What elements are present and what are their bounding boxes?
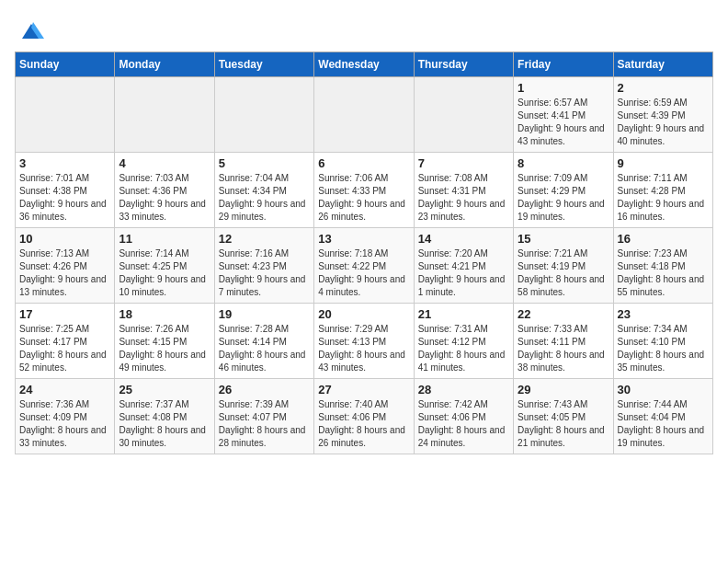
- day-info: Sunrise: 7:08 AM Sunset: 4:31 PM Dayligh…: [418, 172, 509, 224]
- day-number: 16: [618, 232, 709, 246]
- calendar-header: SundayMondayTuesdayWednesdayThursdayFrid…: [16, 52, 713, 77]
- day-number: 10: [19, 232, 110, 246]
- day-number: 13: [318, 232, 409, 246]
- day-header-wednesday: Wednesday: [314, 52, 414, 77]
- calendar-cell: 11Sunrise: 7:14 AM Sunset: 4:25 PM Dayli…: [115, 228, 214, 304]
- day-info: Sunrise: 7:29 AM Sunset: 4:13 PM Dayligh…: [318, 323, 409, 374]
- day-info: Sunrise: 7:33 AM Sunset: 4:11 PM Dayligh…: [518, 323, 609, 374]
- day-number: 11: [119, 232, 210, 246]
- day-info: Sunrise: 7:16 AM Sunset: 4:23 PM Dayligh…: [219, 247, 310, 299]
- day-info: Sunrise: 7:09 AM Sunset: 4:29 PM Dayligh…: [518, 172, 609, 224]
- day-number: 12: [219, 232, 310, 246]
- calendar-cell: [414, 77, 513, 153]
- logo-icon: [18, 18, 44, 44]
- day-number: 24: [19, 383, 110, 396]
- day-info: Sunrise: 6:59 AM Sunset: 4:39 PM Dayligh…: [618, 97, 709, 148]
- day-info: Sunrise: 7:14 AM Sunset: 4:25 PM Dayligh…: [119, 247, 210, 299]
- week-row-2: 10Sunrise: 7:13 AM Sunset: 4:26 PM Dayli…: [16, 228, 713, 304]
- day-header-thursday: Thursday: [414, 52, 513, 77]
- header: [15, 15, 713, 44]
- day-number: 3: [19, 156, 110, 170]
- day-number: 15: [518, 232, 609, 246]
- day-info: Sunrise: 7:42 AM Sunset: 4:06 PM Dayligh…: [418, 398, 509, 450]
- calendar-cell: 1Sunrise: 6:57 AM Sunset: 4:41 PM Daylig…: [514, 77, 613, 153]
- calendar-cell: 24Sunrise: 7:36 AM Sunset: 4:09 PM Dayli…: [16, 379, 115, 454]
- calendar-cell: 14Sunrise: 7:20 AM Sunset: 4:21 PM Dayli…: [414, 228, 513, 304]
- day-number: 30: [618, 383, 709, 396]
- day-number: 7: [418, 156, 509, 170]
- calendar: SundayMondayTuesdayWednesdayThursdayFrid…: [15, 52, 713, 454]
- day-info: Sunrise: 7:13 AM Sunset: 4:26 PM Dayligh…: [19, 247, 110, 299]
- day-number: 4: [119, 156, 210, 170]
- calendar-cell: 19Sunrise: 7:28 AM Sunset: 4:14 PM Dayli…: [214, 304, 313, 379]
- calendar-cell: 23Sunrise: 7:34 AM Sunset: 4:10 PM Dayli…: [613, 304, 712, 379]
- day-info: Sunrise: 7:26 AM Sunset: 4:15 PM Dayligh…: [119, 323, 210, 374]
- calendar-cell: 2Sunrise: 6:59 AM Sunset: 4:39 PM Daylig…: [613, 77, 712, 153]
- day-info: Sunrise: 7:01 AM Sunset: 4:38 PM Dayligh…: [19, 172, 110, 224]
- day-number: 27: [318, 383, 409, 396]
- day-number: 14: [418, 232, 509, 246]
- calendar-cell: 12Sunrise: 7:16 AM Sunset: 4:23 PM Dayli…: [214, 228, 313, 304]
- day-info: Sunrise: 7:21 AM Sunset: 4:19 PM Dayligh…: [518, 247, 609, 299]
- day-header-tuesday: Tuesday: [214, 52, 313, 77]
- calendar-cell: [314, 77, 414, 153]
- calendar-cell: 29Sunrise: 7:43 AM Sunset: 4:05 PM Dayli…: [514, 379, 613, 454]
- calendar-cell: 3Sunrise: 7:01 AM Sunset: 4:38 PM Daylig…: [16, 153, 115, 228]
- day-info: Sunrise: 7:44 AM Sunset: 4:04 PM Dayligh…: [618, 398, 709, 450]
- day-number: 8: [518, 156, 609, 170]
- days-header-row: SundayMondayTuesdayWednesdayThursdayFrid…: [16, 52, 713, 77]
- day-info: Sunrise: 7:18 AM Sunset: 4:22 PM Dayligh…: [318, 247, 409, 299]
- day-number: 20: [318, 307, 409, 321]
- calendar-cell: 16Sunrise: 7:23 AM Sunset: 4:18 PM Dayli…: [613, 228, 712, 304]
- calendar-cell: 22Sunrise: 7:33 AM Sunset: 4:11 PM Dayli…: [514, 304, 613, 379]
- day-info: Sunrise: 7:36 AM Sunset: 4:09 PM Dayligh…: [19, 398, 110, 450]
- day-number: 5: [219, 156, 310, 170]
- day-number: 17: [19, 307, 110, 321]
- day-info: Sunrise: 7:04 AM Sunset: 4:34 PM Dayligh…: [219, 172, 310, 224]
- week-row-3: 17Sunrise: 7:25 AM Sunset: 4:17 PM Dayli…: [16, 304, 713, 379]
- calendar-cell: 20Sunrise: 7:29 AM Sunset: 4:13 PM Dayli…: [314, 304, 414, 379]
- day-header-sunday: Sunday: [16, 52, 115, 77]
- day-number: 26: [219, 383, 310, 396]
- day-header-monday: Monday: [115, 52, 214, 77]
- day-number: 23: [618, 307, 709, 321]
- calendar-body: 1Sunrise: 6:57 AM Sunset: 4:41 PM Daylig…: [16, 77, 713, 454]
- day-info: Sunrise: 7:06 AM Sunset: 4:33 PM Dayligh…: [318, 172, 409, 224]
- day-number: 28: [418, 383, 509, 396]
- day-info: Sunrise: 7:11 AM Sunset: 4:28 PM Dayligh…: [618, 172, 709, 224]
- day-info: Sunrise: 7:34 AM Sunset: 4:10 PM Dayligh…: [618, 323, 709, 374]
- calendar-cell: 27Sunrise: 7:40 AM Sunset: 4:06 PM Dayli…: [314, 379, 414, 454]
- day-info: Sunrise: 7:23 AM Sunset: 4:18 PM Dayligh…: [618, 247, 709, 299]
- calendar-cell: [115, 77, 214, 153]
- calendar-cell: 10Sunrise: 7:13 AM Sunset: 4:26 PM Dayli…: [16, 228, 115, 304]
- logo: [15, 18, 44, 44]
- week-row-4: 24Sunrise: 7:36 AM Sunset: 4:09 PM Dayli…: [16, 379, 713, 454]
- calendar-cell: 25Sunrise: 7:37 AM Sunset: 4:08 PM Dayli…: [115, 379, 214, 454]
- calendar-cell: 6Sunrise: 7:06 AM Sunset: 4:33 PM Daylig…: [314, 153, 414, 228]
- day-info: Sunrise: 7:31 AM Sunset: 4:12 PM Dayligh…: [418, 323, 509, 374]
- calendar-cell: 8Sunrise: 7:09 AM Sunset: 4:29 PM Daylig…: [514, 153, 613, 228]
- day-info: Sunrise: 7:43 AM Sunset: 4:05 PM Dayligh…: [518, 398, 609, 450]
- calendar-cell: 5Sunrise: 7:04 AM Sunset: 4:34 PM Daylig…: [214, 153, 313, 228]
- day-number: 21: [418, 307, 509, 321]
- calendar-cell: 4Sunrise: 7:03 AM Sunset: 4:36 PM Daylig…: [115, 153, 214, 228]
- day-info: Sunrise: 7:28 AM Sunset: 4:14 PM Dayligh…: [219, 323, 310, 374]
- day-info: Sunrise: 7:39 AM Sunset: 4:07 PM Dayligh…: [219, 398, 310, 450]
- calendar-cell: 18Sunrise: 7:26 AM Sunset: 4:15 PM Dayli…: [115, 304, 214, 379]
- day-number: 6: [318, 156, 409, 170]
- day-header-saturday: Saturday: [613, 52, 712, 77]
- day-info: Sunrise: 6:57 AM Sunset: 4:41 PM Dayligh…: [518, 97, 609, 148]
- calendar-cell: 7Sunrise: 7:08 AM Sunset: 4:31 PM Daylig…: [414, 153, 513, 228]
- day-info: Sunrise: 7:40 AM Sunset: 4:06 PM Dayligh…: [318, 398, 409, 450]
- day-number: 9: [618, 156, 709, 170]
- day-number: 22: [518, 307, 609, 321]
- day-number: 25: [119, 383, 210, 396]
- calendar-cell: 21Sunrise: 7:31 AM Sunset: 4:12 PM Dayli…: [414, 304, 513, 379]
- day-number: 1: [518, 81, 609, 95]
- calendar-cell: 17Sunrise: 7:25 AM Sunset: 4:17 PM Dayli…: [16, 304, 115, 379]
- calendar-cell: 9Sunrise: 7:11 AM Sunset: 4:28 PM Daylig…: [613, 153, 712, 228]
- calendar-cell: [16, 77, 115, 153]
- day-info: Sunrise: 7:37 AM Sunset: 4:08 PM Dayligh…: [119, 398, 210, 450]
- day-number: 29: [518, 383, 609, 396]
- day-info: Sunrise: 7:20 AM Sunset: 4:21 PM Dayligh…: [418, 247, 509, 299]
